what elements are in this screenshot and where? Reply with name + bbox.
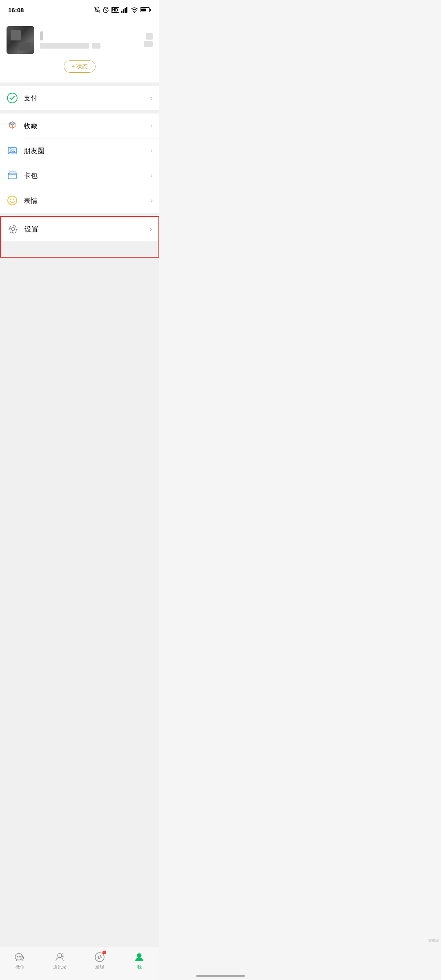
svg-point-11 bbox=[10, 199, 11, 200]
svg-rect-1 bbox=[121, 11, 122, 13]
favorites-icon bbox=[7, 120, 18, 131]
nav-label-me: 我 bbox=[137, 964, 142, 970]
wifi-icon bbox=[131, 7, 138, 13]
page-wrapper: 16:08 HD bbox=[0, 0, 159, 980]
svg-rect-18 bbox=[9, 226, 11, 227]
profile-extra bbox=[144, 41, 153, 47]
status-time: 16:08 bbox=[8, 7, 24, 13]
svg-rect-20 bbox=[9, 231, 11, 233]
svg-point-10 bbox=[8, 196, 17, 205]
svg-rect-2 bbox=[123, 9, 124, 13]
nav-item-me[interactable]: 我 bbox=[125, 951, 154, 970]
emoji-icon bbox=[7, 195, 18, 206]
nav-item-wechat[interactable]: 微信 bbox=[6, 951, 34, 970]
cards-label: 卡包 bbox=[24, 171, 151, 180]
svg-point-6 bbox=[7, 93, 17, 103]
payment-arrow: › bbox=[151, 94, 153, 102]
moments-icon bbox=[7, 145, 18, 156]
cards-icon bbox=[7, 170, 18, 181]
svg-point-12 bbox=[13, 199, 14, 200]
payment-label: 支付 bbox=[24, 94, 151, 103]
mute-icon bbox=[94, 7, 100, 13]
nav-label-wechat: 微信 bbox=[16, 964, 24, 970]
nav-item-discover[interactable]: 发现 bbox=[85, 951, 114, 970]
emoji-label: 表情 bbox=[24, 196, 151, 205]
hd-icon: HD bbox=[111, 7, 119, 13]
nav-item-contacts[interactable]: 通讯录 bbox=[45, 951, 74, 970]
svg-rect-4 bbox=[126, 7, 127, 13]
svg-point-29 bbox=[137, 953, 142, 958]
svg-rect-15 bbox=[13, 232, 13, 234]
menu-item-moments[interactable]: 朋友圈 › bbox=[0, 138, 159, 163]
wechat-nav-icon bbox=[14, 951, 26, 963]
profile-id-row bbox=[40, 43, 138, 49]
svg-point-28 bbox=[98, 956, 100, 958]
svg-point-5 bbox=[134, 12, 135, 13]
profile-section[interactable]: + 状态 bbox=[0, 18, 159, 82]
svg-rect-14 bbox=[13, 225, 13, 226]
profile-right bbox=[144, 33, 153, 47]
svg-point-13 bbox=[11, 227, 15, 231]
status-bar: 16:08 HD bbox=[0, 0, 159, 18]
status-button[interactable]: + 状态 bbox=[64, 60, 96, 73]
svg-point-23 bbox=[18, 956, 20, 958]
svg-rect-19 bbox=[15, 231, 16, 233]
profile-info-row bbox=[7, 26, 153, 54]
profile-camera bbox=[146, 33, 153, 40]
discover-nav-icon bbox=[94, 951, 105, 963]
svg-point-22 bbox=[17, 956, 18, 958]
moments-label: 朋友圈 bbox=[24, 146, 151, 156]
svg-point-24 bbox=[20, 956, 21, 958]
section-divider-2 bbox=[0, 110, 159, 114]
menu-item-favorites[interactable]: 收藏 › bbox=[0, 114, 159, 138]
settings-highlight-wrapper: 设置 › bbox=[0, 216, 159, 258]
section-divider-3 bbox=[0, 213, 159, 216]
favorites-arrow: › bbox=[151, 122, 153, 129]
cards-arrow: › bbox=[151, 172, 153, 179]
settings-arrow: › bbox=[150, 225, 152, 233]
nav-label-discover: 发现 bbox=[95, 964, 104, 970]
section-divider-1 bbox=[0, 82, 159, 86]
svg-rect-16 bbox=[9, 229, 10, 229]
battery-icon bbox=[140, 7, 151, 12]
discover-badge bbox=[102, 951, 106, 954]
settings-icon bbox=[7, 223, 19, 235]
profile-id bbox=[40, 43, 89, 49]
svg-rect-21 bbox=[15, 226, 16, 227]
emoji-arrow: › bbox=[151, 197, 153, 204]
settings-highlight-area bbox=[1, 241, 158, 257]
svg-rect-9 bbox=[8, 173, 16, 179]
settings-label: 设置 bbox=[24, 225, 150, 234]
bottom-nav: 微信 通讯录 发现 bbox=[0, 948, 159, 980]
avatar bbox=[7, 26, 34, 54]
status-icons: HD bbox=[94, 7, 151, 13]
payment-icon bbox=[7, 92, 18, 104]
profile-qr-arrow bbox=[92, 43, 100, 49]
svg-point-25 bbox=[58, 953, 62, 958]
signal-icon bbox=[121, 7, 129, 13]
status-btn-row: + 状态 bbox=[7, 60, 153, 73]
favorites-label: 收藏 bbox=[24, 121, 151, 131]
menu-section: 支付 › 收藏 › bbox=[0, 86, 159, 213]
profile-text bbox=[40, 31, 138, 49]
menu-item-cards[interactable]: 卡包 › bbox=[0, 163, 159, 188]
menu-item-emoji[interactable]: 表情 › bbox=[0, 188, 159, 213]
svg-rect-17 bbox=[16, 229, 18, 229]
menu-item-payment[interactable]: 支付 › bbox=[0, 86, 159, 110]
svg-rect-3 bbox=[125, 8, 126, 13]
me-nav-icon bbox=[134, 951, 145, 963]
empty-space bbox=[0, 258, 159, 947]
profile-name bbox=[40, 31, 43, 40]
svg-point-8 bbox=[10, 148, 11, 149]
nav-label-contacts: 通讯录 bbox=[53, 964, 67, 970]
contacts-nav-icon bbox=[54, 951, 65, 963]
menu-item-settings[interactable]: 设置 › bbox=[1, 217, 158, 241]
moments-arrow: › bbox=[151, 147, 153, 154]
alarm-icon bbox=[102, 7, 109, 13]
